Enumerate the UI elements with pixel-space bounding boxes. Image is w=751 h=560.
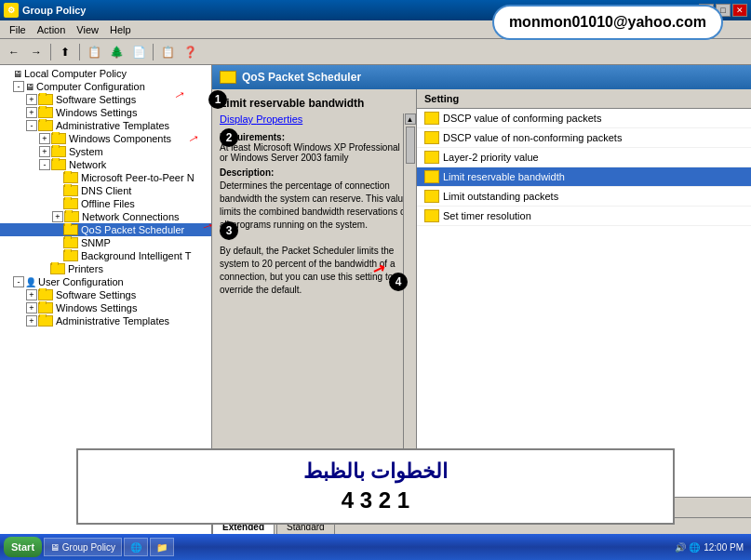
tree-user-config[interactable]: - 👤 User Configuration	[0, 275, 211, 288]
close-button[interactable]: ✕	[732, 4, 747, 17]
qos-header: QoS Packet Scheduler	[212, 65, 751, 89]
expand-user-software[interactable]: +	[26, 289, 37, 300]
taskbar-group-policy[interactable]: 🖥 Group Policy	[44, 538, 122, 556]
expand-user-win-settings[interactable]: +	[26, 302, 37, 313]
tree-offline[interactable]: Offline Files	[0, 197, 211, 210]
back-button[interactable]: ←	[4, 42, 24, 62]
folder-icon-qos	[63, 224, 78, 235]
tree-user-win-settings[interactable]: + Windows Settings	[0, 301, 211, 314]
folder-icon-win-comp	[51, 133, 66, 144]
expand-user-admin[interactable]: +	[26, 315, 37, 327]
tree-peer[interactable]: Microsoft Peer-to-Peer N	[0, 171, 211, 184]
tree-user-software[interactable]: + Software Settings	[0, 288, 211, 301]
tree-win-components[interactable]: + Windows Components	[0, 132, 211, 145]
taskbar-explorer[interactable]: 📁	[150, 538, 174, 556]
tree-local-computer-policy[interactable]: 🖥 Local Computer Policy	[0, 67, 211, 80]
bottom-overlay: الخطوات بالظبط 4 3 2 1	[76, 448, 675, 525]
tree-label-net-conn: Network Connections	[82, 211, 180, 222]
menu-file[interactable]: File	[4, 22, 32, 37]
tree-windows-settings[interactable]: + Windows Settings	[0, 106, 211, 119]
qos-folder-icon	[220, 71, 236, 84]
desc-scrollbar: ▲ ▼	[403, 113, 416, 497]
taskbar: Start 🖥 Group Policy 🌐 📁 🔊 🌐 12:00 PM	[0, 534, 751, 560]
tree-button[interactable]: 🌲	[106, 42, 127, 62]
help-toolbar-button[interactable]: ❓	[180, 42, 200, 62]
up-button[interactable]: ⬆	[55, 42, 75, 62]
expand-net-conn[interactable]: +	[52, 211, 63, 222]
folder-icon-snmp	[63, 237, 78, 248]
expand-software[interactable]: +	[26, 94, 37, 105]
export-button[interactable]: 📄	[128, 42, 149, 62]
folder-icon-user-software	[38, 289, 53, 300]
window-title: Group Policy	[22, 5, 86, 16]
tree-network[interactable]: - Network	[0, 158, 211, 171]
menu-view[interactable]: View	[71, 22, 104, 37]
tree-user-admin[interactable]: + Administrative Templates	[0, 314, 211, 327]
scroll-thumb[interactable]	[406, 127, 415, 164]
properties-text: Properties	[256, 113, 302, 125]
tree-label-system: System	[69, 146, 103, 157]
expand-admin[interactable]: -	[26, 120, 37, 131]
tree-admin-templates[interactable]: - Administrative Templates	[0, 119, 211, 132]
expand-network[interactable]: -	[39, 159, 50, 170]
menu-help[interactable]: Help	[104, 22, 137, 37]
tree-net-connections[interactable]: + Network Connections	[0, 210, 211, 223]
folder-icon-user-win	[38, 302, 53, 313]
item-label-5: Limit outstanding packets	[443, 191, 558, 202]
settings-header: Setting	[417, 89, 751, 109]
taskbar-ie-label: 🌐	[130, 542, 141, 553]
folder-icon-system	[51, 146, 66, 157]
tree-bits[interactable]: Background Intelligent T	[0, 249, 211, 262]
item-icon-2	[424, 131, 439, 144]
tree-printers[interactable]: Printers	[0, 262, 211, 275]
email-callout: monmon01010@yahoo.com	[492, 5, 723, 40]
item-icon-5	[424, 190, 439, 203]
expand-win-comp[interactable]: +	[39, 133, 50, 144]
tree-qos[interactable]: QoS Packet Scheduler	[0, 223, 211, 236]
start-button[interactable]: Start	[4, 537, 42, 557]
tree-label-comp-config: Computer Configuration	[36, 81, 145, 92]
properties-link[interactable]: Display Properties	[220, 113, 409, 125]
tray-icons: 🔊 🌐	[675, 542, 700, 553]
steps-numbers: 4 3 2 1	[97, 487, 654, 513]
folder-icon-win-settings	[38, 107, 53, 118]
settings-item-timer[interactable]: Set timer resolution	[417, 207, 751, 226]
tree-dns[interactable]: DNS Client	[0, 184, 211, 197]
item-icon-1	[424, 112, 439, 125]
main-window: ⚙ Group Policy _ □ ✕ File Action View He…	[0, 0, 751, 560]
tree-label-user-software: Software Settings	[56, 289, 136, 300]
taskbar-ie[interactable]: 🌐	[124, 538, 148, 556]
expand-system[interactable]: +	[39, 146, 50, 157]
tree-label-local: Local Computer Policy	[24, 68, 127, 79]
folder-icon-admin	[38, 120, 53, 131]
toolbar-separator-2	[79, 44, 80, 60]
badge-3: 3	[220, 221, 238, 240]
scroll-up[interactable]: ▲	[405, 113, 416, 125]
expand-computer-config[interactable]: -	[13, 81, 24, 92]
badge-1: 1	[208, 90, 227, 109]
settings-item-dscp-nonconforming[interactable]: DSCP value of non-conforming packets	[417, 128, 751, 148]
forward-button[interactable]: →	[26, 42, 47, 62]
tree-label-user-win: Windows Settings	[56, 302, 137, 313]
desc-title: Limit reservable bandwidth	[220, 97, 409, 110]
folder-icon-software	[38, 94, 53, 105]
settings-item-dscp-conforming[interactable]: DSCP value of conforming packets	[417, 109, 751, 128]
description-text-2: By default, the Packet Scheduler limits …	[220, 246, 395, 295]
toolbar-separator-1	[50, 44, 51, 60]
properties-button[interactable]: 📋	[157, 42, 178, 62]
expand-user-config[interactable]: -	[13, 276, 24, 287]
item-label-3: Layer-2 priority value	[443, 152, 539, 163]
tree-label-snmp: SNMP	[81, 237, 111, 248]
settings-item-limit-bandwidth[interactable]: Limit reservable bandwidth	[417, 167, 751, 187]
settings-item-layer2[interactable]: Layer-2 priority value	[417, 148, 751, 167]
description-panel: Limit reservable bandwidth Display Prope…	[212, 89, 417, 497]
menu-action[interactable]: Action	[32, 22, 72, 37]
item-label-2: DSCP value of non-conforming packets	[443, 132, 622, 143]
tree-system[interactable]: + System	[0, 145, 211, 158]
expand-windows-settings[interactable]: +	[26, 107, 37, 118]
tree-label-printers: Printers	[68, 263, 103, 274]
settings-item-outstanding[interactable]: Limit outstanding packets	[417, 187, 751, 207]
folder-icon-dns	[63, 185, 78, 196]
show-hide-button[interactable]: 📋	[84, 42, 104, 62]
tree-snmp[interactable]: SNMP	[0, 236, 211, 249]
